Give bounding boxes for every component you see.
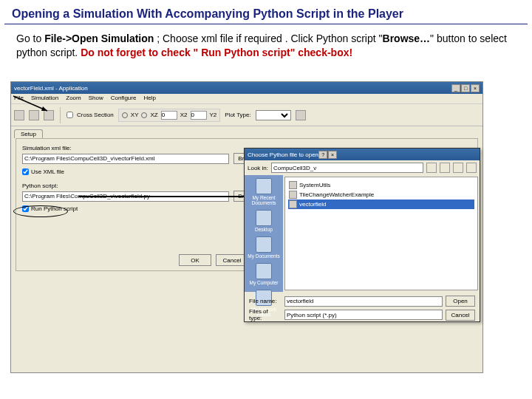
- instr-warning: Do not forget to check " Run Python scri…: [81, 47, 352, 58]
- zoom-in-icon[interactable]: [29, 110, 39, 120]
- python-script-input[interactable]: [22, 191, 229, 202]
- sidebar-documents[interactable]: My Documents: [248, 236, 280, 259]
- views-icon[interactable]: [466, 163, 477, 173]
- folder-icon: [256, 178, 272, 194]
- lbl-xz: XZ: [150, 112, 157, 118]
- xy-input-2[interactable]: [191, 111, 207, 120]
- dialog-buttons: OK Cancel: [179, 254, 248, 266]
- xy-input-1[interactable]: [161, 111, 177, 120]
- folder-icon: [289, 181, 297, 189]
- file-dialog-toolbar: Look in: CompuCell3D_v: [245, 160, 480, 175]
- close-icon[interactable]: ×: [328, 151, 337, 159]
- instr-bold-2: Browse…: [383, 33, 431, 44]
- use-xml-checkbox[interactable]: [22, 168, 29, 175]
- run-python-checkbox[interactable]: [22, 205, 29, 212]
- file-list[interactable]: SystemUtils TileChangeWatcherExample vec…: [284, 177, 478, 290]
- file-name: SystemUtils: [299, 182, 330, 188]
- computer-icon: [256, 263, 272, 279]
- cross-section-checkbox[interactable]: [66, 112, 73, 118]
- window-controls: _ □ ×: [451, 84, 480, 92]
- newfolder-icon[interactable]: [453, 163, 463, 173]
- instructions: Go to File->Open Simulation ; Choose xml…: [0, 32, 532, 67]
- menu-show[interactable]: Show: [89, 95, 103, 103]
- folder-icon: [289, 191, 297, 199]
- sidebar-recent[interactable]: My Recent Documents: [248, 178, 280, 205]
- filename-input[interactable]: [284, 296, 443, 307]
- minimize-icon[interactable]: _: [451, 84, 460, 92]
- lbl-xy: XY: [131, 112, 139, 118]
- filetype-value: Python script (*.py): [287, 312, 337, 318]
- menu-help[interactable]: Help: [143, 95, 155, 103]
- sidebar-label: My Recent Documents: [252, 195, 276, 205]
- sidebar-computer[interactable]: My Computer: [248, 263, 280, 285]
- zoom-out-icon[interactable]: [44, 110, 54, 120]
- file-name: vectorfield: [299, 201, 326, 208]
- titlebar: vectorField.xml - Application _ □ ×: [11, 82, 482, 94]
- python-file-icon: [289, 200, 297, 208]
- xy-controls: XY XZ X2 Y2: [118, 109, 221, 122]
- run-python-label: Run Python script: [31, 205, 78, 212]
- sidebar-label: My Computer: [249, 280, 278, 285]
- plot-type-select[interactable]: [256, 110, 291, 120]
- close-icon[interactable]: ×: [471, 84, 480, 92]
- file-name: TileChangeWatcherExample: [299, 191, 374, 198]
- menu-file[interactable]: File: [14, 95, 24, 103]
- instr-text: Go to: [16, 33, 44, 44]
- file-dialog-sidebar: My Recent Documents Desktop My Documents…: [245, 175, 283, 292]
- file-dialog-title: Choose Python file to open: [248, 151, 318, 158]
- menu-simulation[interactable]: Simulation: [31, 95, 58, 103]
- instr-bold-1: File->Open Simulation: [44, 33, 154, 44]
- tool-icon[interactable]: [14, 110, 24, 120]
- lookin-label: Look in:: [248, 165, 268, 171]
- sidebar-label: Desktop: [255, 227, 273, 232]
- list-item-selected[interactable]: vectorfield: [288, 200, 474, 209]
- file-dialog-body: My Recent Documents Desktop My Documents…: [245, 175, 480, 292]
- instr-text-2: ; Choose xml file if required . Click Py…: [154, 33, 382, 44]
- help-icon[interactable]: ?: [318, 151, 327, 159]
- radio-xy[interactable]: [122, 112, 128, 118]
- plot-type-label: Plot Type:: [225, 112, 250, 118]
- cancel-button[interactable]: Cancel: [446, 310, 475, 321]
- tabs: Setup: [11, 126, 482, 138]
- menubar: File Simulation Zoom Show Configure Help: [11, 94, 482, 104]
- file-open-dialog: Choose Python file to open ? × Look in: …: [244, 148, 480, 322]
- menu-zoom[interactable]: Zoom: [66, 95, 81, 103]
- lbl-y2: Y2: [210, 112, 217, 118]
- filetype-label: Files of type:: [249, 308, 282, 321]
- lbl-x2: X2: [180, 112, 188, 118]
- sidebar-label: My Documents: [248, 253, 279, 259]
- ok-button[interactable]: OK: [179, 254, 211, 266]
- open-button[interactable]: Open: [446, 296, 475, 307]
- menu-configure[interactable]: Configure: [111, 95, 137, 103]
- list-item[interactable]: SystemUtils: [288, 180, 474, 190]
- cross-section-label: Cross Section: [77, 112, 114, 118]
- page-title: Opening a Simulation With Accompanying P…: [4, 3, 528, 24]
- toolbar: Cross Section XY XZ X2 Y2 Plot Type:: [11, 104, 482, 126]
- file-dialog-titlebar: Choose Python file to open ? ×: [245, 149, 480, 160]
- folder-icon: [256, 236, 272, 253]
- tool-icon-2[interactable]: [296, 110, 306, 120]
- lookin-dropdown[interactable]: CompuCell3D_v: [271, 163, 423, 173]
- radio-xz[interactable]: [141, 112, 147, 118]
- desktop-icon: [256, 210, 272, 226]
- use-xml-label: Use XML file: [31, 168, 64, 175]
- tab-setup[interactable]: Setup: [14, 129, 43, 138]
- maximize-icon[interactable]: □: [461, 84, 470, 92]
- filetype-select[interactable]: Python script (*.py): [284, 310, 443, 320]
- lookin-value: CompuCell3D_v: [273, 165, 316, 171]
- filename-label: File name:: [249, 298, 282, 304]
- cross-section-check[interactable]: Cross Section: [66, 112, 114, 118]
- sidebar-desktop[interactable]: Desktop: [248, 210, 280, 232]
- back-icon[interactable]: [426, 163, 437, 173]
- window-title: vectorField.xml - Application: [14, 85, 88, 92]
- sim-xml-input[interactable]: [22, 154, 229, 164]
- up-icon[interactable]: [440, 163, 450, 173]
- list-item[interactable]: TileChangeWatcherExample: [288, 190, 474, 200]
